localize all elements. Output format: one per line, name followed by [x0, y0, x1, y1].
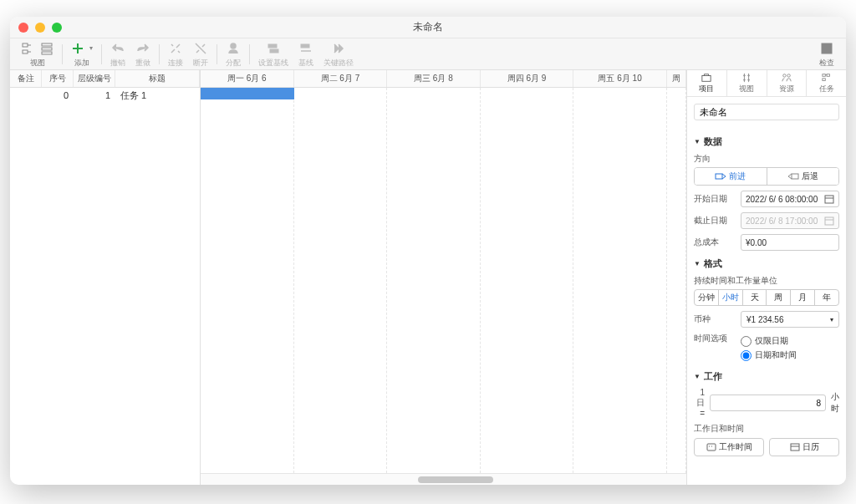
time-option-date-only[interactable]: 仅限日期 [741, 335, 839, 347]
col-outline[interactable]: 层级编号 [74, 70, 115, 87]
svg-rect-38 [791, 444, 799, 451]
total-cost-input[interactable]: ¥0.00 [741, 234, 839, 251]
svg-rect-11 [270, 49, 278, 53]
col-title[interactable]: 标题 [115, 70, 200, 87]
horizontal-scrollbar[interactable] [201, 473, 686, 485]
svg-rect-35 [707, 444, 716, 451]
toolbar-set-baseline[interactable]: 设置基线 [253, 40, 293, 69]
calendar-icon [790, 443, 800, 451]
inspector-tab-task[interactable]: 任务 [807, 70, 846, 96]
col-index[interactable]: 序号 [42, 70, 74, 87]
time-option-date-time[interactable]: 日期和时间 [741, 349, 839, 361]
unit-year[interactable]: 年 [815, 290, 838, 305]
section-work[interactable]: 工作 [694, 370, 839, 383]
svg-rect-25 [822, 74, 824, 76]
toolbar: 视图 ▾ 添加 撤销 重做 连接 断开 [10, 38, 846, 70]
day-header[interactable]: 周二 6月 7 [294, 70, 388, 87]
svg-point-23 [783, 74, 786, 76]
svg-rect-31 [825, 196, 833, 203]
svg-rect-27 [822, 78, 824, 80]
svg-rect-29 [716, 174, 722, 179]
work-time-button[interactable]: 工作时间 [694, 438, 764, 456]
unit-week[interactable]: 周 [767, 290, 791, 305]
toolbar-undo[interactable]: 撤销 [105, 40, 130, 69]
inspector-tab-project[interactable]: 项目 [687, 70, 727, 96]
svg-point-24 [787, 74, 790, 76]
toolbar-baseline[interactable]: 基线 [293, 40, 318, 69]
gantt-pane: 周一 6月 6 周二 6月 7 周三 6月 8 周四 6月 9 周五 6月 10… [201, 70, 687, 485]
unit-hour[interactable]: 小时 [719, 290, 743, 305]
svg-rect-1 [23, 50, 28, 53]
svg-rect-16 [702, 75, 711, 81]
direction-backward[interactable]: 后退 [767, 168, 839, 185]
window-title: 未命名 [10, 20, 846, 34]
day-header[interactable]: 周四 6月 9 [481, 70, 574, 87]
toolbar-add[interactable]: ▾ 添加 [66, 40, 98, 69]
svg-rect-33 [825, 217, 833, 225]
hours-per-day-input[interactable] [710, 395, 826, 411]
project-name-input[interactable] [694, 104, 839, 120]
calendar-icon [824, 216, 834, 226]
titlebar: 未命名 [10, 17, 846, 38]
task-row[interactable]: 0 1 任务 1 [10, 88, 200, 103]
svg-rect-4 [42, 43, 52, 46]
gantt-body[interactable] [201, 88, 686, 473]
unit-month[interactable]: 月 [791, 290, 815, 305]
unit-day[interactable]: 天 [743, 290, 767, 305]
gantt-bar[interactable] [201, 88, 294, 99]
svg-point-9 [231, 43, 236, 48]
inspector-pane: 项目 视图 资源 任务 数据 方向 [687, 70, 846, 485]
day-header[interactable]: 周一 6月 6 [201, 70, 294, 87]
toolbar-assign[interactable]: 分配 [221, 40, 246, 69]
svg-rect-12 [301, 44, 309, 48]
svg-rect-5 [42, 48, 52, 50]
svg-rect-10 [268, 44, 277, 48]
svg-rect-6 [42, 52, 52, 54]
start-date-input[interactable]: 2022/ 6/ 6 08:00:00 [741, 191, 839, 207]
toolbar-link[interactable]: 连接 [163, 40, 188, 69]
svg-rect-30 [792, 174, 798, 179]
day-header[interactable]: 周五 6月 10 [573, 70, 667, 87]
col-notes[interactable]: 备注 [10, 70, 42, 87]
scroll-thumb[interactable] [418, 476, 493, 483]
toolbar-unlink[interactable]: 断开 [188, 40, 213, 69]
direction-forward[interactable]: 前进 [695, 168, 767, 185]
section-data[interactable]: 数据 [694, 135, 839, 148]
keyboard-icon [706, 443, 716, 451]
toolbar-redo[interactable]: 重做 [130, 40, 155, 69]
toolbar-inspector[interactable]: 检查 [814, 40, 839, 69]
day-header[interactable]: 周三 6月 8 [387, 70, 481, 87]
task-list-pane: 备注 序号 层级编号 标题 0 1 任务 1 [10, 70, 201, 485]
unit-min[interactable]: 分钟 [695, 290, 719, 305]
currency-select[interactable]: ¥1 234.56▾ [741, 311, 839, 328]
duration-units: 分钟 小时 天 周 月 年 [694, 289, 839, 306]
calendar-button[interactable]: 日历 [769, 438, 839, 456]
toolbar-critical-path[interactable]: 关键路径 [318, 40, 359, 69]
svg-rect-0 [23, 43, 28, 47]
end-date-input: 2022/ 6/ 8 17:00:00 [741, 212, 839, 229]
day-header[interactable]: 周 [667, 70, 686, 87]
inspector-tab-resources[interactable]: 资源 [767, 70, 808, 96]
toolbar-view[interactable]: 视图 [17, 40, 59, 69]
inspector-tab-view[interactable]: 视图 [727, 70, 767, 96]
svg-rect-26 [827, 74, 829, 76]
section-format[interactable]: 格式 [694, 257, 839, 270]
calendar-icon [824, 194, 834, 204]
svg-rect-14 [822, 43, 832, 53]
